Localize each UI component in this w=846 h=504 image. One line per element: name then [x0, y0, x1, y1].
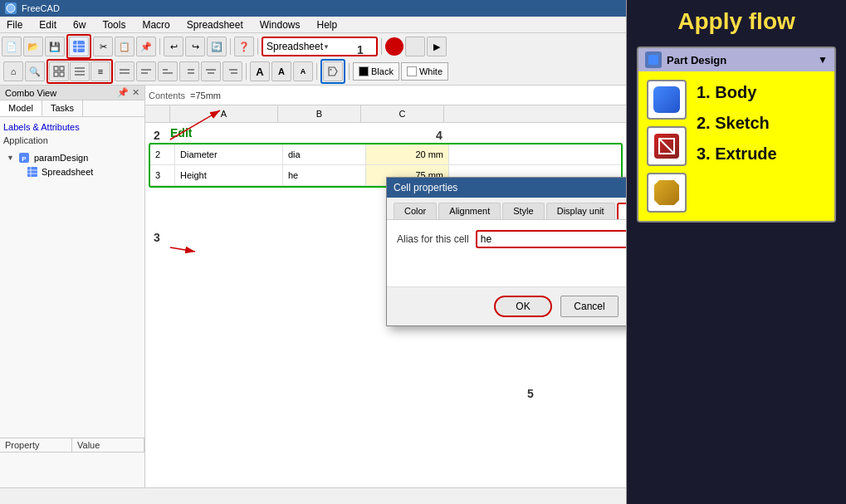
text-medium-btn[interactable]: A: [271, 61, 291, 81]
grid-header-row-num: [145, 105, 170, 122]
toolbar-row-1: 📄 📂 💾 ✂ 📋 📌 ↩ ↪ 🔄: [2, 35, 624, 58]
refresh-btn[interactable]: 🔄: [207, 37, 227, 56]
freecad-window: FreeCAD File Edit 6w Tools Macro Spreads…: [0, 0, 627, 504]
sidebar: Combo View 📌 ✕ Model Tasks Labels & Attr…: [0, 86, 145, 487]
spreadsheet-tree-icon: [27, 166, 38, 178]
svg-line-39: [659, 139, 674, 154]
tree-param-design[interactable]: ▼ P paramDesign: [7, 150, 141, 165]
save-btn[interactable]: 💾: [45, 37, 65, 56]
redo-btn[interactable]: ↪: [185, 37, 205, 56]
align-center-btn[interactable]: [201, 61, 221, 81]
cut-btn[interactable]: ✂: [93, 37, 113, 56]
view-btn-3[interactable]: [158, 61, 178, 81]
help-btn[interactable]: ❓: [234, 37, 254, 56]
menu-spreadsheet[interactable]: Spreadsheet: [183, 18, 247, 32]
part-design-body: 1. Body 2. Sketch 3. Extrude: [638, 71, 834, 221]
dialog-tab-display-unit[interactable]: Display unit: [546, 203, 615, 219]
close-icon[interactable]: ✕: [132, 87, 139, 98]
record-btn[interactable]: [385, 37, 403, 56]
dialog-tab-alignment[interactable]: Alignment: [438, 203, 501, 219]
grid-cell-a2[interactable]: Diameter: [175, 144, 283, 164]
tool-btn-2[interactable]: ▶: [427, 37, 447, 56]
svg-rect-7: [54, 72, 58, 76]
view-btn-4[interactable]: [179, 61, 199, 81]
menu-help[interactable]: Help: [313, 18, 340, 32]
align-btn[interactable]: ≡: [90, 61, 110, 81]
grid-cell-c2[interactable]: 20 mm: [366, 144, 449, 164]
white-color-btn[interactable]: White: [401, 62, 448, 81]
svg-rect-11: [75, 74, 85, 76]
undo-btn[interactable]: ↩: [164, 37, 183, 56]
tool-btn-1[interactable]: [405, 37, 425, 56]
view-btn-1[interactable]: [115, 61, 134, 81]
copy-btn[interactable]: 📋: [115, 37, 134, 56]
text-normal-btn[interactable]: A: [250, 61, 270, 81]
svg-rect-22: [229, 69, 237, 71]
dialog-tab-alias[interactable]: Alias: [617, 203, 626, 219]
open-btn[interactable]: 📂: [23, 37, 43, 56]
param-design-icon: P: [17, 151, 31, 164]
sidebar-content: Labels & Attributes Application ▼ P para…: [0, 117, 144, 438]
value-col-header: Value: [72, 438, 144, 452]
grid-cell-b3[interactable]: he: [283, 165, 366, 185]
menu-macro[interactable]: Macro: [139, 18, 173, 32]
dialog-footer: OK Cancel: [387, 286, 626, 325]
toolbar-row-2: ⌂ 🔍: [2, 60, 624, 83]
step-2-num: 2.: [697, 114, 711, 132]
pd-icons-column: [647, 80, 687, 213]
grid-cell-b2[interactable]: dia: [283, 144, 366, 164]
tree-spreadsheet[interactable]: Spreadsheet: [7, 165, 141, 179]
grid-view-btn[interactable]: [49, 61, 69, 81]
title-bar: FreeCAD: [0, 0, 626, 17]
separator-7: [349, 63, 350, 80]
formula-bar: Contents =75mm: [145, 86, 626, 105]
pin-icon[interactable]: 📌: [117, 87, 129, 98]
menu-edit[interactable]: Edit: [36, 18, 60, 32]
svg-rect-20: [206, 69, 216, 71]
dialog-tab-color[interactable]: Color: [394, 203, 437, 219]
svg-rect-1: [73, 41, 85, 52]
dialog-tab-style[interactable]: Style: [502, 203, 544, 219]
ok-button[interactable]: OK: [494, 296, 552, 317]
black-color-btn[interactable]: Black: [353, 62, 399, 81]
list-view-btn[interactable]: [70, 61, 90, 81]
menu-file[interactable]: File: [3, 18, 26, 32]
alias-label: Alias for this cell: [397, 233, 469, 245]
extrude-icon-btn[interactable]: [647, 173, 687, 213]
cancel-button[interactable]: Cancel: [560, 296, 619, 317]
combo-view-header: Combo View 📌 ✕: [0, 86, 144, 100]
view-zoom-btn[interactable]: 🔍: [25, 61, 45, 81]
alias-input[interactable]: [476, 230, 626, 248]
extrude-icon: [654, 180, 679, 205]
part-design-dropdown-icon[interactable]: ▼: [818, 54, 828, 66]
body-icon-btn[interactable]: [647, 80, 687, 120]
paste-btn[interactable]: 📌: [136, 37, 156, 56]
black-swatch: [359, 66, 369, 76]
menu-windows[interactable]: Windows: [257, 18, 304, 32]
menu-tools[interactable]: Tools: [99, 18, 129, 32]
svg-point-0: [7, 4, 15, 12]
svg-rect-5: [54, 66, 58, 71]
new-btn[interactable]: 📄: [2, 37, 22, 56]
dialog-title: Cell properties: [394, 182, 457, 193]
view-home-btn[interactable]: ⌂: [3, 61, 23, 81]
view-btn-2[interactable]: [136, 61, 156, 81]
tab-model[interactable]: Model: [0, 100, 42, 116]
main-content: Combo View 📌 ✕ Model Tasks Labels & Attr…: [0, 86, 626, 487]
spreadsheet-dropdown-label: Spreadsheet: [267, 41, 323, 52]
tab-tasks[interactable]: Tasks: [42, 100, 83, 116]
separator-6: [316, 63, 317, 80]
grid-cell-a3[interactable]: Height: [175, 165, 283, 185]
labels-attributes-section[interactable]: Labels & Attributes: [3, 120, 141, 134]
tag-btn[interactable]: [323, 61, 343, 81]
menu-6w[interactable]: 6w: [70, 18, 89, 32]
text-small-btn[interactable]: A: [293, 61, 313, 81]
svg-rect-14: [141, 69, 151, 71]
svg-rect-15: [141, 72, 148, 74]
pd-steps-column: 1. Body 2. Sketch 3. Extrude: [697, 80, 777, 164]
svg-marker-24: [329, 67, 337, 76]
svg-rect-8: [60, 72, 64, 76]
spreadsheet-icon-btn[interactable]: [69, 37, 89, 56]
align-right-btn[interactable]: [223, 61, 242, 81]
sketch-icon-btn[interactable]: [647, 126, 687, 166]
